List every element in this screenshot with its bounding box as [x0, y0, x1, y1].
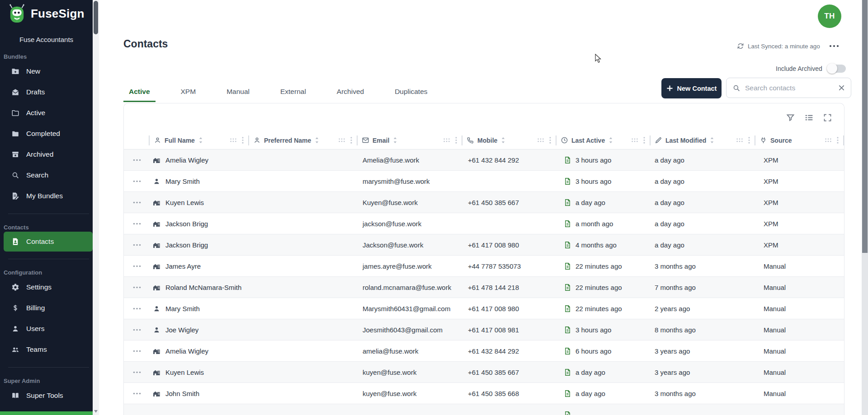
- tab-manual[interactable]: Manual: [221, 84, 255, 102]
- row-menu-icon[interactable]: [133, 244, 141, 246]
- row-menu-icon[interactable]: [133, 180, 141, 182]
- row-menu-icon[interactable]: [133, 308, 141, 310]
- table-row[interactable]: Jackson Briggjackson@fuse.worka month ag…: [124, 213, 844, 234]
- table-row[interactable]: James Ayrejames.ayre@fuse.work+44 7787 5…: [124, 256, 844, 277]
- sidebar-item-teams[interactable]: Teams: [0, 339, 93, 360]
- cell-last-modified: 2 years ago: [651, 305, 755, 312]
- table-row[interactable]: Kuyen LewisKuyen@fuse.work+61 450 385 66…: [124, 192, 844, 213]
- cell-email: jackson@fuse.work: [358, 220, 462, 228]
- sidebar-item-billing[interactable]: Billing: [0, 298, 93, 318]
- tab-external[interactable]: External: [275, 84, 311, 102]
- table-row[interactable]: Mary Smithmarysmith@fuse.work3 hours ago…: [124, 171, 844, 192]
- sort-icon[interactable]: [392, 136, 398, 144]
- tab-xpm[interactable]: XPM: [175, 84, 202, 102]
- cell-row-menu: [124, 180, 150, 182]
- new-contact-button[interactable]: New Contact: [661, 78, 722, 98]
- user-avatar[interactable]: TH: [818, 5, 841, 28]
- tab-archived[interactable]: Archived: [331, 84, 369, 102]
- column-header-last-modified[interactable]: Last Modified: [651, 131, 755, 149]
- column-controls: [825, 137, 844, 144]
- table-row[interactable]: John Smithkuyen@fuse.work+61 450 385 668…: [124, 383, 844, 404]
- mail-icon: [362, 136, 369, 144]
- drag-handle-icon[interactable]: [230, 138, 237, 143]
- drag-handle-icon[interactable]: [631, 138, 638, 143]
- row-menu-icon[interactable]: [133, 201, 141, 204]
- tab-duplicates[interactable]: Duplicates: [389, 84, 433, 102]
- brand-logo[interactable]: FuseSign: [0, 0, 93, 24]
- full-name-text: Joe Wigley: [165, 326, 198, 334]
- sort-icon[interactable]: [198, 136, 203, 144]
- row-menu-icon[interactable]: [133, 223, 141, 225]
- row-menu-column-header: [124, 131, 150, 149]
- kebab-menu-icon[interactable]: [549, 137, 551, 144]
- sidebar-item-users[interactable]: Users: [0, 318, 93, 339]
- page-scrollbar[interactable]: [862, 0, 868, 415]
- cell-source: Manual: [755, 347, 844, 355]
- column-list-icon[interactable]: [804, 113, 814, 122]
- sort-icon[interactable]: [709, 136, 715, 144]
- document-icon: [564, 368, 571, 376]
- refresh-icon[interactable]: [737, 42, 744, 50]
- drag-handle-icon[interactable]: [443, 138, 450, 143]
- drag-handle-icon[interactable]: [736, 138, 743, 143]
- row-menu-icon[interactable]: [133, 392, 141, 395]
- last-active-text: 3 hours ago: [576, 177, 611, 185]
- column-header-mobile[interactable]: Mobile: [462, 131, 557, 149]
- clear-search-icon[interactable]: [838, 84, 845, 91]
- row-menu-icon[interactable]: [133, 329, 141, 331]
- table-row[interactable]: Kuyen Lewiskuyen@fuse.work+61 450 385 66…: [124, 362, 844, 383]
- kebab-menu-icon[interactable]: [643, 137, 645, 144]
- table-row[interactable]: Roland McNamara-Smithroland.mcnamara@fus…: [124, 277, 844, 298]
- drag-handle-icon[interactable]: [338, 138, 345, 143]
- tab-active[interactable]: Active: [123, 84, 156, 102]
- sidebar-item-archived[interactable]: Archived: [0, 144, 93, 165]
- column-header-last-active[interactable]: Last Active: [557, 131, 651, 149]
- include-archived-toggle[interactable]: [828, 65, 846, 73]
- sidebar-item-super-tools[interactable]: Super Tools: [0, 385, 93, 406]
- table-row[interactable]: Amelia WigleyAmelia@fuse.work+61 432 844…: [124, 149, 844, 171]
- table-row[interactable]: [124, 404, 844, 415]
- drag-handle-icon[interactable]: [537, 138, 544, 143]
- sidebar-item-my-bundles[interactable]: My Bundles: [0, 186, 93, 206]
- kebab-menu-icon[interactable]: [242, 137, 244, 144]
- sort-icon[interactable]: [314, 136, 320, 144]
- table-row[interactable]: Amelia Wigleyamelia@fuse.work+61 432 844…: [124, 340, 844, 362]
- row-menu-icon[interactable]: [133, 371, 141, 373]
- sidebar-scrollbar[interactable]: [93, 0, 99, 415]
- column-header-full-name[interactable]: Full Name: [150, 131, 249, 149]
- sort-icon[interactable]: [500, 136, 506, 144]
- cell-last-active: 22 minutes ago: [557, 262, 651, 270]
- sidebar-item-settings[interactable]: Settings: [0, 277, 93, 298]
- page-scrollbar-thumb[interactable]: [862, 0, 868, 253]
- kebab-menu-icon[interactable]: [837, 137, 839, 144]
- expand-icon[interactable]: [823, 113, 832, 122]
- search-contacts-input[interactable]: [745, 84, 834, 92]
- kebab-menu-icon[interactable]: [455, 137, 457, 144]
- row-menu-icon[interactable]: [133, 350, 141, 352]
- drag-handle-icon[interactable]: [825, 138, 832, 143]
- column-header-source[interactable]: Source: [755, 131, 844, 149]
- column-header-preferred-name[interactable]: Preferred Name: [249, 131, 358, 149]
- sidebar-item-completed[interactable]: Completed: [0, 123, 93, 144]
- sort-icon[interactable]: [608, 136, 613, 144]
- sidebar-item-search[interactable]: Search: [0, 165, 93, 186]
- column-label: Source: [770, 137, 792, 144]
- sidebar-scrollbar-down-arrow-icon[interactable]: [94, 410, 98, 413]
- kebab-menu-icon[interactable]: [350, 137, 352, 144]
- filter-icon[interactable]: [786, 113, 795, 122]
- row-menu-icon[interactable]: [133, 265, 141, 267]
- header-more-menu-icon[interactable]: [829, 45, 839, 47]
- table-row[interactable]: Mary SmithMarysmith60431@gmail.com+61 41…: [124, 298, 844, 319]
- row-menu-icon[interactable]: [133, 286, 141, 289]
- sidebar-item-contacts[interactable]: Contacts: [4, 232, 93, 252]
- kebab-menu-icon[interactable]: [748, 137, 750, 144]
- column-header-email[interactable]: Email: [358, 131, 462, 149]
- row-menu-icon[interactable]: [133, 159, 141, 161]
- table-row[interactable]: Joe WigleyJoesmith6043@gmail.com+61 417 …: [124, 319, 844, 340]
- table-row[interactable]: Jackson BriggJackson@fuse.work+61 417 00…: [124, 234, 844, 256]
- sidebar-item-active[interactable]: Active: [0, 103, 93, 123]
- sidebar-item-new[interactable]: New: [0, 61, 93, 82]
- organisation-icon: [153, 368, 160, 376]
- sidebar-scrollbar-thumb[interactable]: [94, 1, 98, 34]
- sidebar-item-drafts[interactable]: Drafts: [0, 82, 93, 103]
